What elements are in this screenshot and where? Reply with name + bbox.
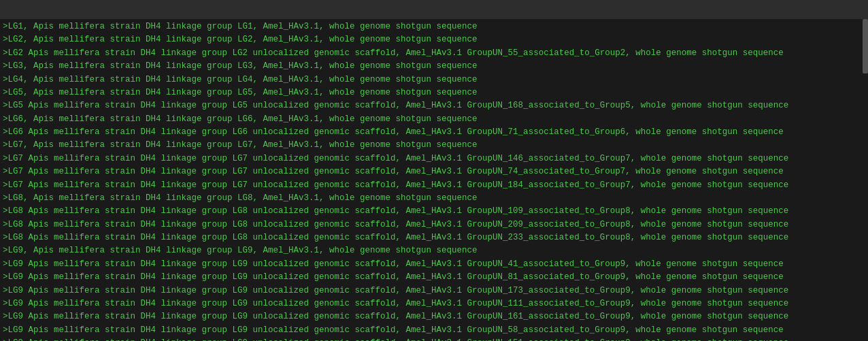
terminal-line: >LG4, Apis mellifera strain DH4 linkage … <box>3 74 860 86</box>
terminal-line: >LG9 Apis mellifera strain DH4 linkage g… <box>3 285 860 297</box>
terminal-line: >LG9 Apis mellifera strain DH4 linkage g… <box>3 337 860 341</box>
terminal-line: >LG8, Apis mellifera strain DH4 linkage … <box>3 192 860 205</box>
terminal-line: >LG1, Apis mellifera strain DH4 linkage … <box>3 20 860 33</box>
terminal-line: >LG9 Apis mellifera strain DH4 linkage g… <box>3 324 860 337</box>
terminal-line: >LG8 Apis mellifera strain DH4 linkage g… <box>3 231 860 244</box>
terminal-line: >LG8 Apis mellifera strain DH4 linkage g… <box>3 205 860 218</box>
terminal-window: >LG1, Apis mellifera strain DH4 linkage … <box>0 0 868 341</box>
terminal-line: >LG9 Apis mellifera strain DH4 linkage g… <box>3 271 860 284</box>
terminal-line: >LG8 Apis mellifera strain DH4 linkage g… <box>3 218 860 231</box>
terminal-line: >LG6, Apis mellifera strain DH4 linkage … <box>3 113 860 126</box>
terminal-line: >LG2, Apis mellifera strain DH4 linkage … <box>3 33 860 46</box>
terminal-line: >LG7, Apis mellifera strain DH4 linkage … <box>3 139 860 152</box>
title-bar <box>0 0 868 19</box>
terminal-line: >LG2 Apis mellifera strain DH4 linkage g… <box>3 47 860 60</box>
terminal-line: >LG5, Apis mellifera strain DH4 linkage … <box>3 86 860 99</box>
terminal-line: >LG3, Apis mellifera strain DH4 linkage … <box>3 60 860 73</box>
terminal-line: >LG7 Apis mellifera strain DH4 linkage g… <box>3 165 860 178</box>
terminal-line: >LG7 Apis mellifera strain DH4 linkage g… <box>3 152 860 165</box>
terminal-line: >LG5 Apis mellifera strain DH4 linkage g… <box>3 99 860 112</box>
terminal-line: >LG6 Apis mellifera strain DH4 linkage g… <box>3 126 860 139</box>
terminal-line: >LG9, Apis mellifera strain DH4 linkage … <box>3 244 860 257</box>
terminal-content[interactable]: >LG1, Apis mellifera strain DH4 linkage … <box>0 19 868 341</box>
terminal-line: >LG9 Apis mellifera strain DH4 linkage g… <box>3 310 860 323</box>
scrollbar-thumb[interactable] <box>863 19 868 74</box>
terminal-line: >LG9 Apis mellifera strain DH4 linkage g… <box>3 258 860 271</box>
terminal-line: >LG7 Apis mellifera strain DH4 linkage g… <box>3 179 860 192</box>
terminal-line: >LG9 Apis mellifera strain DH4 linkage g… <box>3 297 860 310</box>
